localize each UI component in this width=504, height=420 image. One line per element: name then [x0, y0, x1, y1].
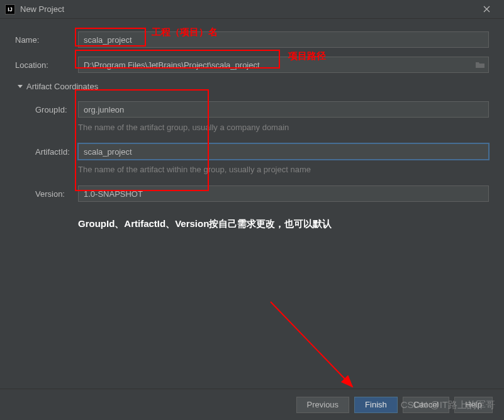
artifactid-hint: The name of the artifact within the grou…	[78, 165, 489, 174]
window-title: New Project	[20, 4, 474, 14]
app-icon: IJ	[5, 4, 15, 14]
titlebar: IJ New Project	[0, 0, 504, 19]
location-input[interactable]	[78, 57, 489, 73]
svg-line-1	[271, 302, 352, 387]
artifactid-label: ArtifactId:	[15, 147, 78, 157]
groupid-input[interactable]	[78, 101, 489, 118]
section-title: Artifact Coordinates	[26, 82, 98, 91]
cancel-button[interactable]: Cancel	[403, 397, 449, 413]
previous-button[interactable]: Previous	[296, 397, 350, 413]
folder-icon[interactable]	[475, 61, 485, 69]
groupid-label: GroupId:	[15, 105, 78, 114]
finish-button[interactable]: Finish	[354, 397, 398, 413]
groupid-hint: The name of the artifact group, usually …	[78, 123, 489, 132]
annotation-note: GroupId、ArtifactId、Version按自己需求更改，也可以默认	[78, 218, 489, 230]
help-button[interactable]: Help	[454, 397, 493, 413]
close-icon	[483, 6, 490, 13]
version-input[interactable]	[78, 185, 489, 202]
name-label: Name:	[15, 35, 78, 45]
location-label: Location:	[15, 60, 78, 70]
close-button[interactable]	[474, 0, 499, 19]
version-label: Version:	[15, 189, 78, 199]
name-input[interactable]	[78, 31, 489, 48]
annotation-arrow	[264, 296, 371, 396]
artifactid-input[interactable]	[78, 143, 489, 160]
bottom-bar: Previous Finish Cancel Help	[0, 389, 504, 420]
artifact-coordinates-toggle[interactable]: Artifact Coordinates	[15, 82, 489, 91]
main-content: Name: Location: Artifact Coordinates Gro…	[0, 19, 504, 243]
chevron-down-icon	[18, 85, 23, 88]
